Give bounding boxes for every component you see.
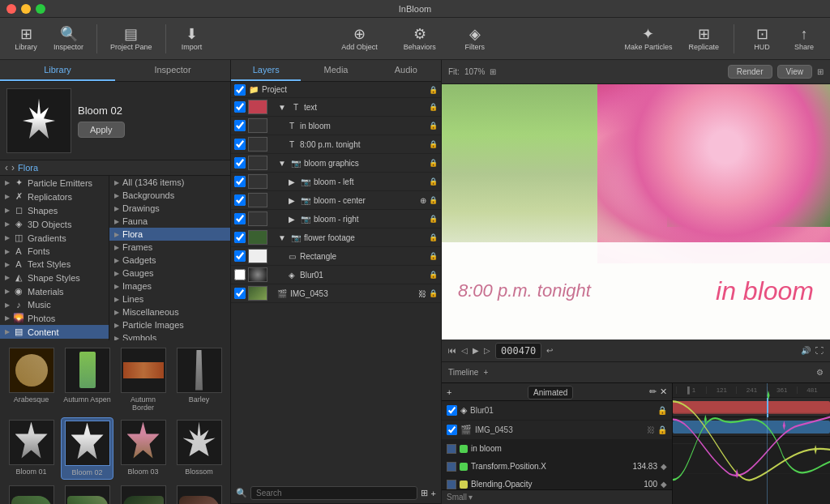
track-img-0453[interactable]: 🎬 IMG_0453 ⛓ 🔒: [442, 421, 672, 440]
category-replicators[interactable]: ▶ ✗ Replicators: [0, 190, 109, 203]
share-button[interactable]: ↑ Share: [785, 23, 824, 54]
audio-icon[interactable]: 🔊: [801, 346, 811, 355]
grid-item-branch-02[interactable]: Branch 02: [61, 483, 113, 505]
layer-bloom-graphics-visibility[interactable]: [234, 157, 246, 169]
layer-project[interactable]: 📁 Project 🔒: [231, 82, 441, 98]
kf-diamond-5[interactable]: [815, 445, 817, 455]
kf-position-x-check[interactable]: [447, 462, 456, 472]
add-layer-icon[interactable]: +: [431, 489, 436, 498]
layer-in-bloom[interactable]: T in bloom 🔒: [231, 117, 441, 135]
import-button[interactable]: ⬇ Import: [173, 23, 212, 54]
category-music[interactable]: ▶ ♪ Music: [0, 298, 109, 311]
grid-item-branch-03[interactable]: Branch 03: [117, 483, 169, 505]
tab-audio[interactable]: Audio: [371, 60, 441, 81]
layer-text-visibility[interactable]: [234, 101, 246, 113]
pencil-icon[interactable]: ✏: [649, 387, 657, 397]
tab-library[interactable]: Library: [0, 60, 115, 81]
grid-item-bloom-01[interactable]: Bloom 01: [5, 417, 58, 480]
layer-bloom-right-visibility[interactable]: [234, 213, 246, 224]
play-button[interactable]: ▶: [473, 346, 479, 355]
subcat-drawings[interactable]: ▶ Drawings: [109, 202, 230, 215]
small-dropdown-icon[interactable]: ▾: [468, 493, 473, 502]
layer-flower-footage[interactable]: ▼ 📷 flower footage 🔒: [231, 229, 441, 247]
inspector-button[interactable]: 🔍 Inspector: [47, 23, 90, 54]
grid-view-icon[interactable]: ⊞: [421, 488, 428, 498]
search-input[interactable]: [250, 486, 417, 500]
kf-diamond-4[interactable]: [783, 421, 785, 430]
timeline-settings-icon[interactable]: ⚙: [816, 368, 824, 377]
grid-item-bloom-02[interactable]: Bloom 02: [61, 417, 113, 480]
view-button[interactable]: View: [777, 65, 813, 79]
layer-8pm-tonight[interactable]: T 8:00 p.m. tonight 🔒: [231, 135, 441, 154]
category-photos[interactable]: ▶ 🌄 Photos: [0, 311, 109, 325]
grid-icon[interactable]: ⊞: [817, 67, 824, 76]
grid-item-bloom-03[interactable]: Bloom 03: [117, 417, 169, 480]
layer-bloom-center[interactable]: ▶ 📷 bloom - center ⊕ 🔒: [231, 191, 441, 210]
category-materials[interactable]: ▶ ◉ Materials: [0, 284, 109, 298]
rewind-icon[interactable]: ⏮: [448, 346, 456, 355]
subcat-frames[interactable]: ▶ Frames: [109, 241, 230, 254]
step-forward-icon[interactable]: ▷: [484, 346, 490, 355]
view-controls-icon[interactable]: ⊞: [490, 67, 496, 76]
loop-icon[interactable]: ↩: [546, 346, 553, 355]
maximize-button[interactable]: [36, 4, 45, 14]
layer-rectangle-visibility[interactable]: [234, 250, 246, 262]
category-content[interactable]: ▶ ▤ Content: [0, 325, 109, 339]
close-button[interactable]: [6, 4, 16, 14]
step-back-icon[interactable]: ◁: [461, 346, 468, 355]
filters-button[interactable]: ◈ Filters: [456, 23, 494, 54]
grid-item-barley[interactable]: Barley: [173, 345, 225, 414]
layer-blur01-visibility[interactable]: [234, 269, 246, 280]
kf-opacity-check[interactable]: [447, 480, 456, 489]
subcat-symbols[interactable]: ▶ Symbols: [109, 331, 230, 340]
tab-media[interactable]: Media: [301, 60, 370, 81]
grid-item-arabesque[interactable]: Arabesque: [5, 345, 58, 414]
kf-diamond-3[interactable]: [736, 469, 738, 479]
layer-img-0453[interactable]: 🎬 IMG_0453 ⛓ 🔒: [231, 284, 441, 303]
grid-item-autumn-aspen[interactable]: Autumn Aspen: [61, 345, 113, 414]
layer-in-bloom-visibility[interactable]: [234, 120, 246, 131]
layer-blur01[interactable]: ◈ Blur01 🔒: [231, 266, 441, 284]
grid-item-autumn-border[interactable]: Autumn Border: [117, 345, 169, 414]
subcat-miscellaneous[interactable]: ▶ Miscellaneous: [109, 305, 230, 318]
fullscreen-icon[interactable]: ⛶: [815, 346, 824, 355]
minimize-button[interactable]: [21, 4, 31, 14]
subcat-all[interactable]: ▶ All (1346 items): [109, 176, 230, 189]
subcat-flora[interactable]: ▶ Flora: [109, 228, 230, 241]
kf-in-bloom-check[interactable]: [447, 444, 456, 454]
layer-8pm-visibility[interactable]: [234, 139, 246, 150]
kf-diamond-2[interactable]: [767, 391, 769, 400]
category-particle-emitters[interactable]: ▶ ✦ Particle Emitters: [0, 176, 109, 190]
kf-opacity[interactable]: Blending.Opacity 100 ◆: [442, 476, 672, 489]
apply-button[interactable]: Apply: [78, 122, 125, 138]
make-particles-button[interactable]: ✦ Make Particles: [618, 23, 678, 54]
tab-inspector[interactable]: Inspector: [115, 60, 230, 81]
library-button[interactable]: ⊞ Library: [6, 23, 45, 54]
track-blur01[interactable]: ◈ Blur01 🔒: [442, 401, 672, 421]
layer-bloom-left[interactable]: ▶ 📷 bloom - left 🔒: [231, 173, 441, 191]
grid-item-blossom[interactable]: Blossom: [173, 417, 225, 480]
layer-bloom-graphics[interactable]: ▼ 📷 bloom graphics 🔒: [231, 154, 441, 173]
track-blur01-check[interactable]: [447, 405, 457, 416]
subcat-gadgets[interactable]: ▶ Gadgets: [109, 254, 230, 267]
subcat-lines[interactable]: ▶ Lines: [109, 293, 230, 305]
subcat-fauna[interactable]: ▶ Fauna: [109, 215, 230, 228]
category-fonts[interactable]: ▶ A Fonts: [0, 245, 109, 258]
kf-in-bloom[interactable]: in bloom: [442, 440, 672, 458]
category-3d-objects[interactable]: ▶ ◈ 3D Objects: [0, 217, 109, 231]
nav-forward-button[interactable]: ›: [11, 162, 15, 173]
kf-position-x[interactable]: Transform.Position.X 134.83 ◆: [442, 458, 672, 476]
grid-item-branch-04[interactable]: Branch 04: [173, 483, 225, 505]
timeline-add-icon[interactable]: +: [483, 368, 488, 377]
nav-back-button[interactable]: ‹: [5, 162, 8, 173]
category-gradients[interactable]: ▶ ◫ Gradients: [0, 231, 109, 245]
add-track-icon[interactable]: +: [447, 387, 451, 397]
tab-layers[interactable]: Layers: [231, 60, 301, 81]
subcat-images[interactable]: ▶ Images: [109, 280, 230, 293]
grid-item-branch-01[interactable]: Branch 01: [5, 483, 58, 505]
category-shape-styles[interactable]: ▶ ◭ Shape Styles: [0, 271, 109, 284]
subcat-gauges[interactable]: ▶ Gauges: [109, 267, 230, 280]
subcat-backgrounds[interactable]: ▶ Backgrounds: [109, 189, 230, 202]
replicate-button[interactable]: ⊞ Replicate: [682, 23, 725, 54]
layer-img-0453-visibility[interactable]: [234, 288, 246, 299]
